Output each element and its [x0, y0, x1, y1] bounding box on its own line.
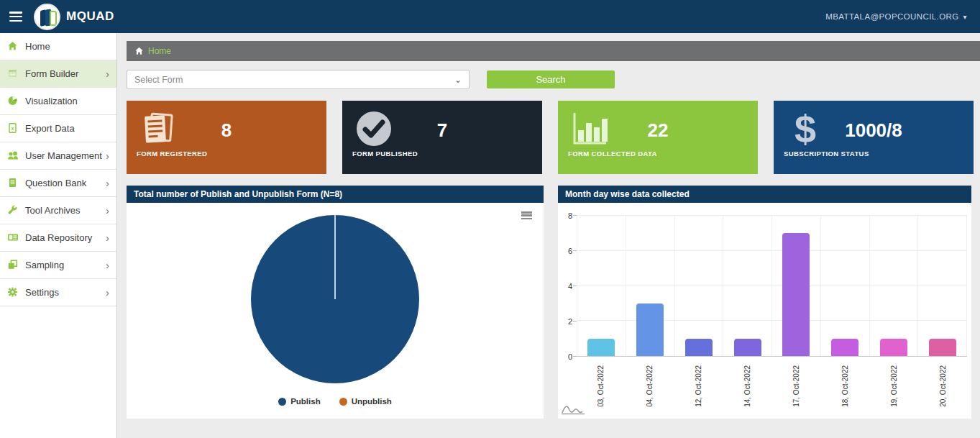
- pie-graphic[interactable]: [249, 213, 421, 385]
- mquad-logo-icon: [34, 4, 60, 30]
- chart-watermark-icon: [561, 403, 587, 416]
- svg-text:x: x: [12, 126, 14, 131]
- card-form-registered[interactable]: FORM REGISTERED 8: [127, 101, 326, 174]
- select-form-placeholder: Select Form: [134, 75, 183, 85]
- card-value: 1000/8: [774, 119, 974, 142]
- sidebar-item-label: Sampling: [25, 260, 64, 270]
- sidebar-item-form-builder[interactable]: Form Builder ›: [0, 60, 116, 88]
- x-tick-label: 20, Oct-2022: [918, 362, 967, 414]
- chevron-right-icon: ›: [106, 150, 109, 161]
- card-label: FORM COLLECTED DATA: [568, 150, 657, 158]
- hamburger-menu-icon[interactable]: [9, 12, 22, 22]
- chart-context-menu-icon[interactable]: [521, 211, 532, 219]
- bar-03, Oct-2022[interactable]: [587, 339, 615, 356]
- bar-19, Oct-2022[interactable]: [880, 339, 907, 356]
- user-account-menu[interactable]: MBATTALA@POPCOUNCIL.ORG ▾: [825, 12, 967, 21]
- card-label: FORM REGISTERED: [137, 150, 207, 158]
- bar-chart: 02468 03, Oct-202204, Oct-202212, Oct-20…: [558, 203, 971, 419]
- chevron-right-icon: ›: [106, 287, 109, 298]
- sidebar-item-data-repository[interactable]: Data Repository ›: [0, 224, 116, 252]
- pie-legend: Publish Unpublish: [127, 397, 544, 406]
- chevron-right-icon: ›: [106, 68, 109, 79]
- sidebar-item-export-data[interactable]: x Export Data: [0, 115, 116, 142]
- card-value: 7: [342, 119, 542, 142]
- pie-chart: Publish Unpublish: [127, 203, 544, 419]
- y-tick-label: 0: [568, 352, 572, 361]
- bar-column: [577, 216, 626, 356]
- card-value: 8: [127, 119, 326, 142]
- sidebar-item-visualization[interactable]: Visualization: [0, 88, 116, 115]
- bar-18, Oct-2022[interactable]: [831, 339, 858, 356]
- bar-chart-panel: Month day wise data collected 02468 03, …: [558, 186, 971, 419]
- filter-row: Select Form ⌄ Search: [127, 70, 980, 89]
- bar-12, Oct-2022[interactable]: [685, 339, 713, 356]
- brand-name: MQUAD: [66, 9, 114, 24]
- card-value: 22: [558, 119, 758, 142]
- bar-column: [918, 216, 967, 356]
- sidebar-nav: Home Form Builder › Visualization x Expo…: [0, 33, 117, 438]
- breadcrumb: Home: [127, 41, 980, 61]
- card-form-collected-data[interactable]: FORM COLLECTED DATA 22: [558, 101, 758, 174]
- y-tick-label: 2: [568, 317, 572, 326]
- chevron-right-icon: ›: [106, 260, 109, 270]
- sidebar-item-tool-archives[interactable]: Tool Archives ›: [0, 197, 116, 224]
- sidebar-item-label: Home: [25, 41, 50, 52]
- card-subscription-status[interactable]: $ SUBSCRIPTION STATUS 1000/8: [774, 101, 974, 174]
- pie-panel-title: Total number of Publish and Unpublish Fo…: [127, 186, 544, 203]
- sidebar-item-home[interactable]: Home: [0, 33, 116, 60]
- home-icon: [7, 41, 19, 52]
- sidebar-item-label: Settings: [25, 287, 59, 298]
- legend-item-unpublish[interactable]: Unpublish: [339, 397, 392, 406]
- stat-cards: FORM REGISTERED 8 FORM PUBLISHED 7 FORM …: [127, 101, 974, 174]
- sidebar-item-label: Question Bank: [25, 178, 86, 188]
- sidebar-item-settings[interactable]: Settings ›: [0, 279, 116, 306]
- sidebar-item-label: User Management: [25, 150, 102, 161]
- bar-04, Oct-2022[interactable]: [636, 304, 664, 356]
- bar-column: [772, 216, 821, 356]
- bar-x-axis-labels: 03, Oct-202204, Oct-202212, Oct-202214, …: [577, 362, 967, 414]
- breadcrumb-label[interactable]: Home: [148, 46, 171, 56]
- pie-chart-panel: Total number of Publish and Unpublish Fo…: [127, 186, 544, 419]
- card-label: FORM PUBLISHED: [352, 150, 418, 158]
- sidebar-item-sampling[interactable]: Sampling ›: [0, 252, 116, 279]
- caret-down-icon: ▾: [963, 13, 967, 21]
- sidebar-item-question-bank[interactable]: Question Bank ›: [0, 170, 116, 197]
- bar-column: [675, 216, 724, 356]
- select-form-dropdown[interactable]: Select Form ⌄: [127, 70, 470, 89]
- y-tick-label: 8: [568, 211, 572, 220]
- wrench-icon: [7, 205, 19, 216]
- sidebar-item-user-management[interactable]: User Management ›: [0, 142, 116, 170]
- bar-y-axis: 02468: [558, 216, 577, 357]
- bar-plot: [577, 216, 967, 357]
- excel-file-icon: x: [7, 123, 19, 134]
- newspaper-icon: [7, 232, 19, 243]
- list-icon: [7, 178, 19, 188]
- legend-item-publish[interactable]: Publish: [278, 397, 321, 406]
- y-tick-label: 4: [568, 282, 572, 291]
- chevron-right-icon: ›: [106, 178, 109, 188]
- legend-dot-publish: [278, 398, 286, 406]
- brand-logo[interactable]: MQUAD: [34, 4, 114, 30]
- legend-label: Publish: [290, 397, 321, 406]
- sidebar-item-label: Data Repository: [25, 232, 92, 243]
- chevron-right-icon: ›: [106, 205, 109, 216]
- top-navbar: MQUAD MBATTALA@POPCOUNCIL.ORG ▾: [0, 0, 980, 33]
- legend-dot-unpublish: [339, 398, 347, 406]
- users-icon: [7, 150, 19, 161]
- bar-20, Oct-2022[interactable]: [929, 339, 956, 356]
- chevron-down-icon: ⌄: [454, 75, 462, 85]
- chart-panels: Total number of Publish and Unpublish Fo…: [127, 186, 980, 419]
- x-tick-label: 14, Oct-2022: [723, 362, 772, 414]
- form-icon: [7, 68, 19, 79]
- search-button[interactable]: Search: [487, 70, 615, 88]
- bar-column: [870, 216, 919, 356]
- card-form-published[interactable]: FORM PUBLISHED 7: [342, 101, 542, 174]
- bar-column: [626, 216, 675, 356]
- user-email: MBATTALA@POPCOUNCIL.ORG: [825, 12, 958, 21]
- clone-icon: [7, 260, 19, 270]
- bar-17, Oct-2022[interactable]: [782, 233, 810, 356]
- bar-14, Oct-2022[interactable]: [734, 339, 761, 356]
- y-tick-label: 6: [568, 247, 572, 255]
- sidebar-item-label: Export Data: [25, 123, 75, 134]
- legend-label: Unpublish: [352, 397, 392, 406]
